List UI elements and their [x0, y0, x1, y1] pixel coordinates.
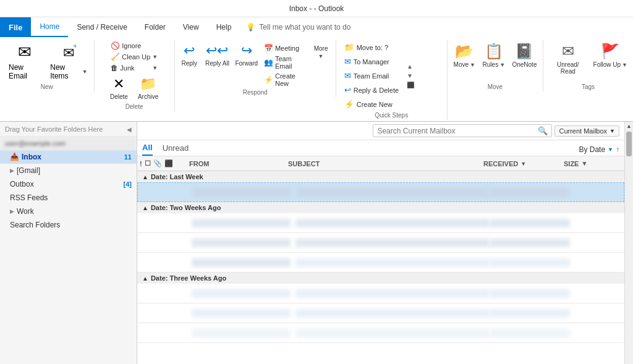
new-email-button[interactable]: ✉ New Email: [4, 41, 45, 82]
follow-up-button[interactable]: 🚩 Follow Up ▼: [592, 41, 629, 70]
sidebar-item-outbox[interactable]: Outbox [4]: [0, 177, 137, 191]
outbox-badge: [4]: [124, 180, 132, 188]
tab-help[interactable]: Help: [208, 17, 240, 37]
new-items-label: New Items: [50, 63, 80, 80]
scroll-up-button[interactable]: ▲: [406, 62, 415, 70]
email-row[interactable]: [137, 303, 624, 323]
col-subject-header[interactable]: SUBJECT: [288, 160, 483, 167]
tab-folder[interactable]: Folder: [136, 17, 174, 37]
unread-read-button[interactable]: ✉ Unread/ Read: [547, 41, 589, 77]
expand-button[interactable]: ⬛: [406, 81, 415, 89]
archive-button[interactable]: 📁 Archive: [134, 74, 162, 102]
last-week-label: Date: Last Week: [151, 173, 203, 180]
ignore-button[interactable]: 🚫 Ignore: [108, 41, 160, 51]
sort-dropdown-arrow[interactable]: ▼: [608, 146, 613, 153]
email-from: [192, 219, 291, 227]
reply-button[interactable]: ↩ Reply: [177, 41, 202, 69]
importance-header: !: [140, 160, 142, 167]
create-new-respond-button[interactable]: ⚡ Create New: [261, 72, 307, 88]
sidebar-account: user@example.com: [0, 137, 137, 150]
email-row[interactable]: [137, 253, 624, 273]
tab-home[interactable]: Home: [31, 17, 68, 37]
follow-up-arrow: ▼: [622, 62, 627, 68]
scrollbar-track[interactable]: [625, 158, 633, 364]
tab-file[interactable]: File: [0, 17, 31, 37]
tab-unread[interactable]: Unread: [163, 143, 189, 155]
team-email-button[interactable]: 👥 Team Email: [261, 54, 307, 70]
sort-direction-arrow[interactable]: ↑: [616, 145, 619, 154]
quickstep-list: 📁 Move to: ? ✉ To Manager ✉ Team Email ↩…: [340, 41, 403, 111]
account-name: user@example.com: [5, 140, 66, 147]
sidebar-item-gmail[interactable]: ▶ [Gmail]: [0, 164, 137, 177]
sidebar-item-rss[interactable]: RSS Feeds: [0, 191, 137, 205]
sidebar-item-work[interactable]: ▶ Work: [0, 205, 137, 218]
tell-me-text[interactable]: Tell me what you want to do: [259, 23, 350, 32]
forward-button[interactable]: ↪ Forward: [233, 41, 260, 69]
sidebar-item-inbox[interactable]: 📥 Inbox 11: [0, 150, 137, 164]
new-items-button[interactable]: ✉+ New Items ▼: [48, 41, 90, 82]
quicksteps-group-label: Quick Steps: [340, 111, 443, 119]
move-button[interactable]: 📂 Move ▼: [451, 41, 478, 70]
reply-delete-button[interactable]: ↩ Reply & Delete: [340, 83, 403, 96]
email-row[interactable]: [137, 182, 624, 202]
rules-button[interactable]: 📋 Rules ▼: [480, 41, 508, 70]
outbox-label: Outbox: [10, 180, 34, 188]
team-email-quick-button[interactable]: ✉ Team Email: [340, 69, 403, 82]
new-group-label: New: [4, 82, 90, 90]
move-to-label: Move to: ?: [357, 44, 388, 51]
reply-all-icon: ↩↩: [206, 43, 228, 59]
ribbon-group-new: ✉ New Email ✉+ New Items ▼ New: [0, 40, 95, 91]
meeting-button[interactable]: 📅 Meeting: [261, 43, 307, 53]
col-size-header[interactable]: SIZE ▼: [564, 160, 613, 167]
three-weeks-label: Date: Three Weeks Ago: [151, 274, 226, 282]
sidebar-item-search-folders[interactable]: Search Folders: [0, 218, 137, 232]
scroll-up-arrow[interactable]: ▲: [625, 122, 633, 130]
folder-tabs: All Unread By Date ▼ ↑: [137, 140, 624, 156]
tab-send-receive[interactable]: Send / Receive: [68, 17, 135, 37]
col-received-header[interactable]: RECEIVED ▼: [483, 160, 564, 167]
received-label: RECEIVED: [483, 160, 518, 167]
email-list: ▲ Date: Last Week ▲ Date: Two Weeks Ago: [137, 171, 624, 364]
junk-button[interactable]: 🗑 Junk ▼: [108, 63, 160, 73]
search-icon: 🔍: [538, 126, 548, 135]
email-subject: [295, 239, 490, 247]
junk-icon: 🗑: [111, 64, 118, 72]
col-flags-header: ! ☐ 📎 ⬛: [140, 159, 189, 167]
two-weeks-label: Date: Two Weeks Ago: [151, 204, 221, 211]
delete-button[interactable]: ✕ Delete: [106, 74, 132, 102]
scrollbar[interactable]: ▲ ▼: [624, 122, 633, 364]
received-sort-arrow[interactable]: ▼: [520, 161, 526, 167]
follow-up-icon: 🚩: [601, 43, 619, 60]
scrollbar-thumb[interactable]: [626, 132, 632, 156]
col-from-header[interactable]: FROM: [189, 160, 288, 167]
tab-all[interactable]: All: [142, 143, 153, 156]
cleanup-button[interactable]: 🧹 Clean Up ▼: [108, 52, 160, 62]
onenote-button[interactable]: 📓 OneNote: [510, 41, 539, 70]
date-group-three-weeks[interactable]: ▲ Date: Three Weeks Ago: [137, 273, 624, 284]
email-row[interactable]: [137, 233, 624, 253]
scroll-down-button[interactable]: ▼: [406, 72, 415, 80]
reply-all-button[interactable]: ↩↩ Reply All: [203, 41, 231, 69]
quicksteps-inner: 📁 Move to: ? ✉ To Manager ✉ Team Email ↩…: [340, 41, 443, 111]
move-to-button[interactable]: 📁 Move to: ?: [340, 41, 403, 54]
ribbon-group-new-inner: ✉ New Email ✉+ New Items ▼: [4, 41, 90, 82]
cleanup-arrow: ▼: [152, 54, 158, 60]
email-row[interactable]: [137, 213, 624, 233]
to-manager-button[interactable]: ✉ To Manager: [340, 55, 403, 68]
search-input[interactable]: [377, 127, 535, 135]
email-row[interactable]: [137, 284, 624, 303]
email-row[interactable]: [137, 323, 624, 343]
follow-up-label: Follow Up: [593, 61, 621, 68]
date-group-last-week[interactable]: ▲ Date: Last Week: [137, 171, 624, 182]
inbox-badge: 11: [124, 153, 132, 161]
archive-icon: 📁: [140, 76, 156, 92]
date-group-two-weeks[interactable]: ▲ Date: Two Weeks Ago: [137, 202, 624, 213]
size-filter-icon[interactable]: ▼: [581, 160, 587, 167]
tab-view[interactable]: View: [174, 17, 208, 37]
create-new-qs-button[interactable]: ⚡ Create New: [340, 98, 403, 111]
cleanup-icon: 🧹: [111, 53, 120, 61]
sidebar-collapse-arrow[interactable]: ◀: [127, 126, 132, 133]
delete-group-label: Delete: [98, 102, 171, 110]
more-button[interactable]: More ▼: [308, 43, 333, 61]
search-scope-button[interactable]: Current Mailbox ▼: [554, 125, 619, 137]
